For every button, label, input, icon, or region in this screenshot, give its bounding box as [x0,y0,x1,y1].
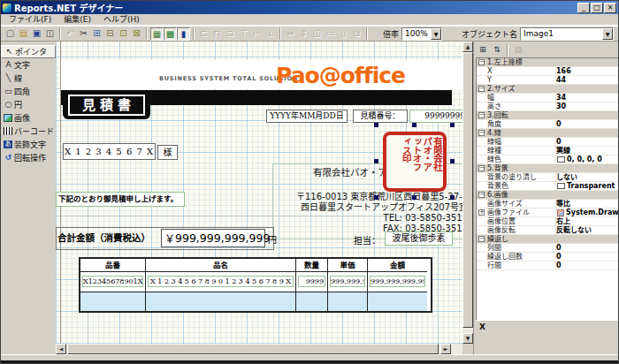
minimize-button[interactable]: _ [577,3,590,13]
contact-field[interactable]: 波尾後御歩素 [385,231,453,246]
collapse-icon[interactable]: − [478,130,485,136]
alphabetical-sort-icon[interactable]: ⇅ [490,44,504,57]
property-value[interactable]: 0 [556,138,619,146]
cut-icon[interactable]: ✂ [77,27,90,41]
property-value[interactable]: 0 [556,253,619,261]
show-grid-icon[interactable]: ▦ [150,27,164,41]
paste-icon[interactable]: ⊟ [103,27,117,41]
table-field[interactable]: 999,999,999,999 [370,276,425,287]
selection-handle[interactable] [450,159,455,163]
property-row[interactable]: 背景の塗り潰ししない [477,173,619,182]
date-field[interactable]: YYYY年MM月DD日 [266,110,348,123]
property-value[interactable]: 0 [556,244,619,252]
scroll-left-icon[interactable]: ◄ [56,344,66,354]
tool-line[interactable]: ╲線 [1,72,56,85]
property-value[interactable]: しない [556,173,619,181]
selection-handle[interactable] [412,195,416,200]
tool-pointer[interactable]: ↖ポインタ [1,45,56,58]
property-value[interactable]: 44 [556,76,619,84]
company-address-block[interactable]: 〒116-0013 東京都荒川区西日暮里5-37-5 西日暮里スタートアップオフ… [272,192,462,234]
horizontal-scroll-thumb[interactable] [67,344,439,354]
property-row[interactable]: 画像位置右上 [477,217,619,226]
scroll-right-icon[interactable]: ► [440,344,451,354]
selection-handle[interactable] [374,159,378,163]
collapse-icon[interactable]: − [478,236,485,242]
lock-objects-icon[interactable]: ▮ [177,27,190,41]
vertical-scrollbar[interactable]: ▲ ▼ [462,42,473,344]
property-row[interactable]: 繰返し回数0 [477,253,619,262]
property-category-row[interactable]: −3.回転 [477,111,619,120]
property-row[interactable]: X166 [477,67,619,76]
company-seal-image[interactable]: 有限会社パオ・アットオフィス印 [383,132,447,192]
total-amount-field[interactable]: ￥ 999,999,999,999 [161,229,265,247]
vertical-scroll-thumb[interactable] [462,52,473,328]
selection-handle[interactable] [374,195,378,200]
property-row[interactable]: Y44 [477,76,619,85]
zoom-dropdown-arrow-icon[interactable]: ▼ [431,28,441,40]
table-field[interactable]: 9999 [298,276,325,287]
table-field[interactable]: X 1 2 3 4 5 6 7 8 9 0 1 2 3 4 5 6 7 8 9 … [148,276,294,287]
customer-code-field[interactable]: X 1 2 3 4 5 6 7 X [63,143,156,160]
send-to-back-icon[interactable]: ⊠ [130,27,143,41]
property-category-row[interactable]: −6.画像 [477,191,619,200]
expand-icon[interactable]: + [478,209,485,216]
snap-to-grid-icon[interactable]: ▩ [164,27,177,41]
property-row[interactable]: 線幅0 [477,138,619,147]
horizontal-scrollbar[interactable]: ◄ ► [56,344,462,354]
open-file-icon[interactable]: ▤ [17,27,30,41]
property-row[interactable]: 高さ30 [477,102,619,111]
property-row[interactable]: 幅34 [477,94,619,102]
collapse-icon[interactable]: − [478,165,485,171]
menu-help[interactable]: ヘルプ(H) [97,14,146,26]
property-row[interactable]: 線色0, 0, 0, 0 [477,155,619,164]
new-document-icon[interactable]: ▢ [4,27,17,41]
tool-image[interactable]: 画像 [1,111,56,125]
total-label[interactable]: 合計金額（消費税込） [57,231,150,244]
property-value[interactable]: 0 [556,262,619,269]
collapse-icon[interactable]: − [478,112,485,118]
honorific-field[interactable]: 様 [157,145,178,160]
property-category-row[interactable]: −2.サイズ [477,85,619,94]
tool-circle[interactable]: ○円 [1,98,56,111]
collapse-icon[interactable]: − [478,192,485,198]
total-unit[interactable]: 円 [268,232,277,246]
scroll-down-icon[interactable]: ▼ [462,333,473,344]
tool-rectangle[interactable]: ▭四角 [1,85,56,98]
tool-barcode[interactable]: バーコード [1,125,56,138]
object-name-dropdown-arrow-icon[interactable]: ▼ [602,28,613,40]
selection-handle[interactable] [450,195,455,200]
property-row[interactable]: 線種実線 [477,147,619,155]
property-value[interactable]: System.Drawing.Bi [556,209,619,216]
save-icon[interactable]: ▣ [30,27,43,41]
property-row[interactable]: +画像ファイルSystem.Drawing.Bi [477,209,619,217]
table-field[interactable]: 999,999,999 [330,276,365,287]
property-category-row[interactable]: −5.背景 [477,164,619,173]
property-row[interactable]: 画像サイズ等比 [477,200,619,209]
property-row[interactable]: 背景色Transparent [477,182,619,191]
table-field[interactable]: X12345678901X [82,276,143,287]
property-row[interactable]: 行間0 [477,262,619,270]
property-value[interactable]: 30 [556,102,619,110]
greeting-field[interactable]: 下記のとおり御見積申し上げます。 [56,192,185,207]
bring-to-front-icon[interactable]: ⊡ [117,27,130,41]
company-logo[interactable]: Pao@office [276,64,405,87]
property-value[interactable]: 166 [556,67,619,75]
property-row[interactable]: 角度0 [477,120,619,129]
property-value[interactable]: Transparent [556,182,619,190]
zoom-dropdown[interactable]: 100% ▼ [401,27,442,41]
property-value[interactable]: 等比 [556,200,619,208]
property-value[interactable]: 0, 0, 0, 0 [556,155,619,163]
selection-handle[interactable] [374,123,378,127]
selection-handle[interactable] [412,123,416,127]
property-value[interactable]: 0 [556,120,619,128]
selection-handle[interactable] [450,123,455,127]
scroll-up-icon[interactable]: ▲ [462,42,473,52]
tool-text[interactable]: A文字 [1,58,56,72]
print-preview-icon[interactable]: ◫ [43,27,57,41]
object-name-dropdown[interactable]: Image1 ▼ [520,27,614,41]
contact-label[interactable]: 担当： [354,233,380,246]
design-canvas[interactable]: BUSINESS SYSTEM TOTAL SOLUSION Pao@offic… [56,42,462,344]
collapse-icon[interactable]: − [478,86,485,92]
property-category-row[interactable]: −1.左上座標 [477,58,619,67]
property-value[interactable]: 実線 [556,147,619,155]
